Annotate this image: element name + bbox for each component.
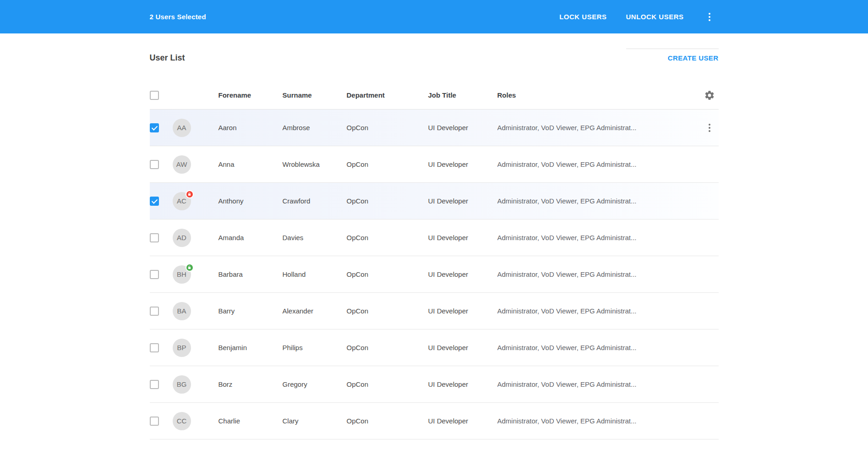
cell-surname: Davies (283, 234, 347, 241)
page-header-actions: CREATE USER (626, 35, 719, 63)
cell-department: OpCon (347, 197, 428, 205)
avatar: BA (173, 302, 191, 320)
row-checkbox[interactable] (150, 343, 159, 352)
selection-count-text: 2 Users Selected (150, 13, 206, 21)
cell-department: OpCon (347, 234, 428, 241)
app-bar-menu-button[interactable] (700, 8, 719, 26)
table-row[interactable]: AA Aaron Ambrose OpCon UI Developer Admi… (150, 110, 719, 146)
cell-job-title: UI Developer (428, 307, 497, 315)
avatar: CC (173, 412, 191, 430)
cell-roles: Administrator, VoD Viewer, EPG Administr… (497, 270, 700, 278)
row-checkbox[interactable] (150, 270, 159, 279)
cell-job-title: UI Developer (428, 270, 497, 278)
cell-job-title: UI Developer (428, 344, 497, 351)
cell-forename: Aaron (218, 124, 283, 132)
row-checkbox[interactable] (150, 380, 159, 389)
row-checkbox[interactable] (150, 233, 159, 242)
cell-forename: Anna (218, 160, 283, 168)
avatar-initials: AA (173, 119, 191, 137)
cell-roles: Administrator, VoD Viewer, EPG Administr… (497, 234, 700, 241)
cell-roles: Administrator, VoD Viewer, EPG Administr… (497, 197, 700, 205)
table-settings-button[interactable] (700, 86, 719, 104)
cell-surname: Alexander (283, 307, 347, 315)
cell-forename: Amanda (218, 234, 283, 241)
avatar: BH (173, 265, 191, 284)
cell-forename: Charlie (218, 417, 283, 425)
cell-roles: Administrator, VoD Viewer, EPG Administr… (497, 417, 700, 425)
cell-forename: Anthony (218, 197, 283, 205)
cell-surname: Crawford (283, 197, 347, 205)
cell-roles: Administrator, VoD Viewer, EPG Administr… (497, 307, 700, 315)
cell-roles: Administrator, VoD Viewer, EPG Administr… (497, 160, 700, 168)
search-input[interactable] (626, 35, 719, 49)
row-checkbox[interactable] (150, 197, 159, 206)
column-header-roles: Roles (497, 91, 700, 99)
row-checkbox[interactable] (150, 123, 159, 132)
status-badge (186, 263, 194, 272)
table-row[interactable]: AW Anna Wroblewska OpCon UI Developer Ad… (150, 146, 719, 183)
user-table: Forename Surname Department Job Title Ro… (150, 81, 719, 439)
avatar: AA (173, 119, 191, 137)
cell-department: OpCon (347, 307, 428, 315)
avatar-initials: BG (173, 375, 191, 394)
create-user-button[interactable]: CREATE USER (668, 53, 719, 63)
table-row[interactable]: BA Barry Alexander OpCon UI Developer Ad… (150, 293, 719, 329)
table-row[interactable]: BH Barbara Holland OpCon UI Developer Ad… (150, 256, 719, 293)
cell-department: OpCon (347, 124, 428, 132)
row-checkbox[interactable] (150, 307, 159, 316)
avatar: BP (173, 339, 191, 357)
cell-job-title: UI Developer (428, 417, 497, 425)
page-header: User List CREATE USER (150, 33, 719, 63)
cell-roles: Administrator, VoD Viewer, EPG Administr… (497, 124, 700, 132)
cell-surname: Ambrose (283, 124, 347, 132)
cell-forename: Barbara (218, 270, 283, 278)
table-row[interactable]: BG Borz Gregory OpCon UI Developer Admin… (150, 366, 719, 403)
column-header-surname: Surname (283, 91, 347, 99)
cell-surname: Philips (283, 344, 347, 351)
status-badge (186, 190, 194, 198)
avatar-initials: BP (173, 339, 191, 357)
cell-surname: Holland (283, 270, 347, 278)
avatar-initials: BA (173, 302, 191, 320)
lock-users-button[interactable]: LOCK USERS (557, 9, 609, 24)
main-content: User List CREATE USER Forename Surname D… (150, 33, 719, 439)
cell-forename: Borz (218, 380, 283, 388)
row-menu-button[interactable] (700, 119, 719, 137)
cell-job-title: UI Developer (428, 124, 497, 132)
app-bar: 2 Users Selected LOCK USERS UNLOCK USERS (0, 0, 868, 33)
cell-job-title: UI Developer (428, 380, 497, 388)
table-row[interactable]: CC Charlie Clary OpCon UI Developer Admi… (150, 403, 719, 439)
cell-department: OpCon (347, 270, 428, 278)
column-header-forename: Forename (218, 91, 283, 99)
row-checkbox[interactable] (150, 417, 159, 426)
cell-job-title: UI Developer (428, 160, 497, 168)
user-table-body: AA Aaron Ambrose OpCon UI Developer Admi… (150, 110, 719, 439)
unlock-icon (187, 265, 191, 269)
cell-surname: Clary (283, 417, 347, 425)
column-header-job-title: Job Title (428, 91, 497, 99)
cell-roles: Administrator, VoD Viewer, EPG Administr… (497, 344, 700, 351)
cell-department: OpCon (347, 380, 428, 388)
cell-job-title: UI Developer (428, 234, 497, 241)
avatar-initials: AD (173, 229, 191, 247)
row-checkbox[interactable] (150, 160, 159, 169)
select-all-checkbox[interactable] (150, 91, 159, 100)
table-row[interactable]: BP Benjamin Philips OpCon UI Developer A… (150, 329, 719, 366)
cell-department: OpCon (347, 344, 428, 351)
cell-job-title: UI Developer (428, 197, 497, 205)
avatar: AW (173, 155, 191, 174)
gear-icon (704, 90, 715, 101)
kebab-menu-icon (709, 13, 710, 21)
cell-department: OpCon (347, 417, 428, 425)
avatar: AD (173, 229, 191, 247)
cell-surname: Wroblewska (283, 160, 347, 168)
avatar-initials: AW (173, 155, 191, 174)
unlock-users-button[interactable]: UNLOCK USERS (623, 9, 686, 24)
table-row[interactable]: AC Anthony Crawford OpCon UI Developer A… (150, 183, 719, 220)
cell-forename: Benjamin (218, 344, 283, 351)
lock-icon (187, 192, 191, 196)
avatar-initials: CC (173, 412, 191, 430)
cell-forename: Barry (218, 307, 283, 315)
table-row[interactable]: AD Amanda Davies OpCon UI Developer Admi… (150, 220, 719, 256)
avatar: AC (173, 192, 191, 210)
